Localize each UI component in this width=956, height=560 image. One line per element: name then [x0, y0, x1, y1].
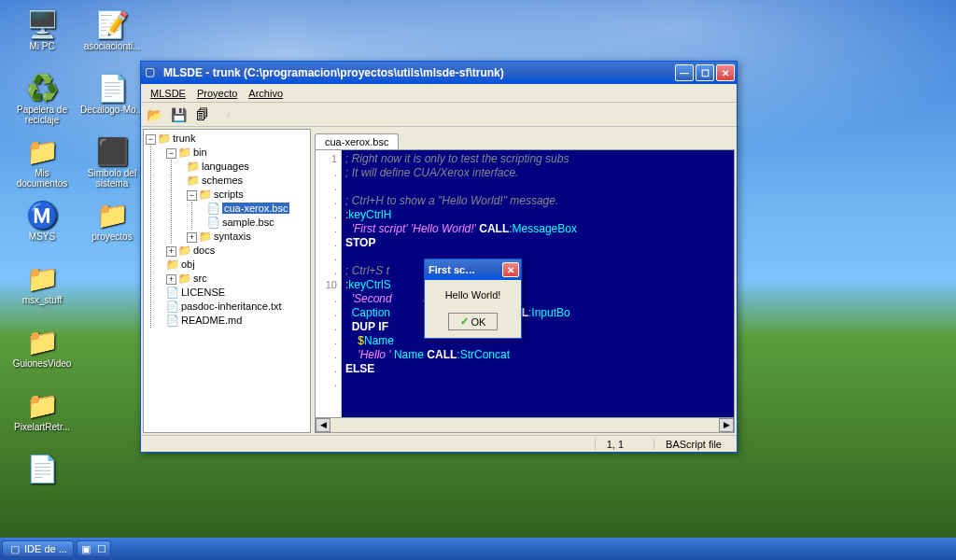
horizontal-scrollbar[interactable]: ◀ ▶ [315, 418, 735, 433]
tree-toggle-icon[interactable]: − [187, 190, 197, 201]
file-icon: 📄 [207, 203, 220, 215]
folder-icon: 📁 [158, 133, 171, 145]
toolbar-save-icon[interactable]: 💾 [169, 105, 188, 124]
minimize-button[interactable]: — [675, 64, 694, 81]
dialog-titlebar[interactable]: First sc… ✕ [425, 259, 521, 280]
desktop-icon-glyph: 📁 [27, 327, 57, 357]
close-button[interactable]: ✕ [716, 64, 735, 81]
desktop-icon[interactable]: 📝asociacionti... [79, 9, 145, 65]
desktop-icon-glyph: ⬛ [97, 136, 127, 166]
folder-icon: 📁 [166, 259, 179, 271]
desktop-icon-label: GuionesVideo [9, 358, 75, 369]
menu-mlsde[interactable]: MLSDE [145, 86, 191, 101]
desktop-icon[interactable]: 🖥️Mi PC [9, 9, 75, 65]
tree-readme[interactable]: README.md [181, 315, 242, 326]
statusbar: 1, 1 BAScript file [141, 435, 737, 452]
desktop-icons-column-2: 📝asociacionti...📄Decalogo-Mo...⬛Simbolo … [75, 5, 149, 268]
desktop-icon-glyph: 📄 [97, 73, 127, 103]
desktop-icon-label: Decalogo-Mo... [79, 105, 145, 115]
dialog-message: Hello World! [425, 280, 521, 308]
maximize-button[interactable]: ☐ [696, 64, 714, 81]
desktop-icon-label: Papelera de reciclaje [9, 105, 75, 125]
desktop-icon[interactable]: Ⓜ️MSYS [9, 200, 75, 256]
tree-src[interactable]: src [193, 273, 207, 284]
tree-obj[interactable]: obj [181, 259, 195, 270]
ide-window: ▢ MLSDE - trunk (C:\programacion\proyect… [140, 61, 738, 453]
tree-toggle-icon[interactable]: − [146, 134, 156, 145]
folder-icon: 📁 [178, 147, 191, 159]
show-desktop-icon: ▣ [79, 542, 92, 555]
tree-docs[interactable]: docs [193, 245, 215, 256]
toolbar-save-all-icon[interactable]: 🗐 [193, 105, 212, 124]
toolbar-open-icon[interactable]: 📂 [145, 105, 163, 124]
folder-icon: 📁 [178, 245, 191, 257]
status-cursor-pos: 1, 1 [595, 439, 635, 450]
desktop-icon[interactable]: 📄 [9, 454, 75, 510]
desktop-icon[interactable]: ♻️Papelera de reciclaje [9, 73, 75, 129]
dialog-ok-button[interactable]: ✓OK [448, 313, 499, 330]
desktop-icon-glyph: 📄 [27, 454, 57, 483]
desktop-icon[interactable]: 📁msx_stuff [9, 263, 75, 319]
tree-toggle-icon[interactable]: + [187, 232, 197, 243]
file-icon: 📄 [166, 301, 179, 313]
desktop-icon-glyph: ♻️ [27, 73, 57, 103]
file-icon: 📄 [166, 315, 179, 327]
desktop-icon-glyph: 📁 [27, 136, 57, 166]
desktop-icon[interactable]: 📄Decalogo-Mo... [79, 73, 145, 129]
tree-languages[interactable]: languages [202, 161, 249, 172]
desktop-icon-label: PixelartRetr... [9, 422, 75, 432]
folder-icon: 📁 [187, 161, 200, 173]
desktop-icon-glyph: 📝 [97, 9, 127, 39]
taskbar-app-icon: ▢ [8, 542, 21, 555]
scroll-track[interactable] [330, 418, 719, 432]
dialog-close-button[interactable]: ✕ [502, 262, 519, 277]
titlebar[interactable]: ▢ MLSDE - trunk (C:\programacion\proyect… [141, 62, 737, 84]
menu-proyecto[interactable]: Proyecto [191, 86, 243, 101]
desktop[interactable]: 🖥️Mi PC♻️Papelera de reciclaje📁Mis docum… [0, 0, 956, 560]
desktop-icon-glyph: 📁 [27, 390, 57, 420]
folder-icon: 📁 [178, 273, 191, 285]
desktop-icon[interactable]: 📁Mis documentos [9, 136, 75, 192]
editor-tab[interactable]: cua-xerox.bsc [315, 133, 399, 149]
desktop-icon[interactable]: 📁proyectos [79, 200, 145, 256]
taskbar-show-desktop[interactable]: ▣ ☐ [77, 540, 111, 557]
desktop-icon-glyph: 📁 [97, 200, 127, 230]
code-editor[interactable]: 1........10....... ; Right now it is onl… [315, 149, 735, 418]
folder-icon: 📁 [199, 231, 212, 243]
desktop-icon-label: msx_stuff [9, 295, 75, 305]
tree-toggle-icon[interactable]: + [166, 274, 176, 285]
desktop-icon-label: Mis documentos [9, 168, 75, 189]
taskbar-app-button[interactable]: ▢ IDE de ... [2, 540, 74, 557]
tree-sample[interactable]: sample.bsc [222, 217, 274, 228]
desktop-icon[interactable]: 📁PixelartRetr... [9, 390, 75, 446]
desktop-icon-label: asociacionti... [79, 41, 145, 51]
tree-toggle-icon[interactable]: − [166, 148, 176, 159]
desktop-icon-glyph: 📁 [27, 263, 57, 293]
tree-toggle-icon[interactable]: + [166, 246, 176, 257]
tree-schemes[interactable]: schemes [202, 175, 243, 186]
line-gutter: 1........10....... [316, 150, 342, 417]
window-title: MLSDE - trunk (C:\programacion\proyectos… [163, 66, 675, 79]
tree-syntaxis[interactable]: syntaxis [214, 231, 251, 242]
file-icon: 📄 [207, 217, 220, 229]
scroll-left-icon[interactable]: ◀ [316, 418, 330, 432]
desktop-icon-label: MSYS [9, 231, 75, 242]
desktop-icon[interactable]: 📁GuionesVideo [9, 327, 75, 383]
tree-license[interactable]: LICENSE [181, 287, 225, 298]
tree-scripts[interactable]: scripts [214, 189, 244, 200]
toolbar-run-icon[interactable]: ▫️ [218, 105, 236, 124]
tree-pasdoc[interactable]: pasdoc-inheritance.txt [181, 301, 282, 312]
desktop-icon[interactable]: ⬛Simbolo del sistema [79, 136, 145, 192]
tree-cua-xerox[interactable]: cua-xerox.bsc [222, 203, 289, 214]
dialog-title: First sc… [429, 264, 502, 275]
desktop-icon-glyph: Ⓜ️ [27, 200, 57, 230]
code-content[interactable]: ; Right now it is only to test the scrip… [342, 150, 734, 417]
desktop-icon-glyph: 🖥️ [27, 9, 57, 39]
project-tree[interactable]: −📁trunk −📁bin 📁languages 📁schemes −📁scri… [143, 129, 311, 433]
taskbar[interactable]: ▢ IDE de ... ▣ ☐ [0, 538, 956, 560]
tree-bin[interactable]: bin [193, 147, 207, 158]
menu-archivo[interactable]: Archivo [243, 86, 288, 101]
tree-root[interactable]: trunk [173, 133, 195, 144]
scroll-right-icon[interactable]: ▶ [719, 418, 734, 432]
status-file-type: BAScript file [654, 439, 733, 450]
